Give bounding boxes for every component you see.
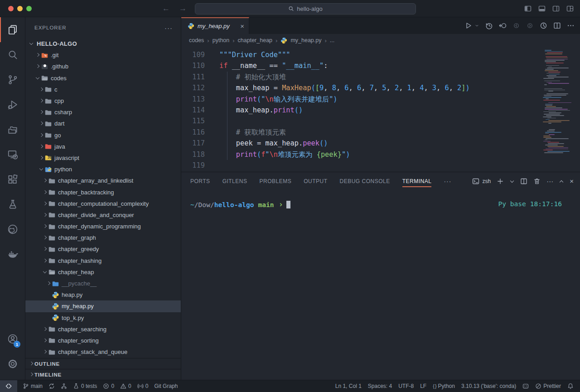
next-change-icon[interactable] <box>526 22 534 29</box>
open-changes-icon[interactable] <box>499 22 507 29</box>
explorer-icon[interactable] <box>0 17 25 42</box>
tree-item-go[interactable]: go <box>25 130 181 141</box>
tree-item-chapter-searching[interactable]: chapter_searching <box>25 324 181 335</box>
tab-close-icon[interactable]: × <box>240 22 244 30</box>
run-file-icon[interactable] <box>464 22 472 29</box>
panel-tab-output[interactable]: OUTPUT <box>304 172 327 190</box>
tree-item-dart[interactable]: dart <box>25 118 181 129</box>
remote-indicator[interactable] <box>0 380 17 392</box>
more-actions-icon[interactable] <box>567 22 575 29</box>
remote-explorer-icon[interactable] <box>0 142 25 167</box>
tree-item-chapter-computational-complexity[interactable]: chapter_computational_complexity <box>25 198 181 209</box>
language-mode[interactable]: { }Python <box>433 383 455 389</box>
project-manager-icon[interactable] <box>0 117 25 142</box>
explorer-more-actions-icon[interactable]: ··· <box>164 24 173 32</box>
tree-item-codes[interactable]: codes <box>25 73 181 84</box>
search-icon[interactable] <box>0 42 25 67</box>
breadcrumb-item[interactable]: chapter_heap <box>238 37 272 44</box>
tree-item-top-k-py[interactable]: top_k.py <box>25 312 181 324</box>
tree-root[interactable]: HELLO-ALGO <box>25 38 181 49</box>
tree-item-chapter-array-and-linkedlist[interactable]: chapter_array_and_linkedlist <box>25 175 181 186</box>
panel-tab-ports[interactable]: PORTS <box>190 172 210 190</box>
layout-panel-icon[interactable] <box>538 5 546 12</box>
tree-item-java[interactable]: java <box>25 141 181 152</box>
tree-item-python[interactable]: python <box>25 164 181 175</box>
terminal-icon[interactable] <box>472 178 479 185</box>
problems-errors[interactable]: 0 <box>103 383 114 389</box>
minimap[interactable] <box>542 48 572 167</box>
docker-icon[interactable] <box>0 242 25 266</box>
breadcrumb-item[interactable]: python <box>213 37 230 44</box>
panel-tab-debug-console[interactable]: DEBUG CONSOLE <box>340 172 390 190</box>
command-center-search[interactable]: hello-algo <box>195 3 416 15</box>
kill-terminal-icon[interactable] <box>533 178 541 185</box>
tab-my-heap-py[interactable]: my_heap.py × <box>181 17 249 34</box>
close-panel-icon[interactable]: × <box>570 178 574 185</box>
extension-robot[interactable] <box>522 383 529 389</box>
split-terminal-icon[interactable] <box>520 178 527 185</box>
tree-item-heap-py[interactable]: heap.py <box>25 289 181 300</box>
timeline-section[interactable]: TIMELINE <box>25 369 181 380</box>
git-graph[interactable]: Git Graph <box>154 383 178 389</box>
indentation[interactable]: Spaces: 4 <box>368 383 392 389</box>
close-window-button[interactable] <box>8 6 14 11</box>
problems-warnings[interactable]: 0 <box>120 383 131 389</box>
tree-item-chapter-greedy[interactable]: chapter_greedy <box>25 243 181 255</box>
maximize-panel-icon[interactable] <box>559 179 564 184</box>
ports-forwarded[interactable]: 0 <box>137 383 149 389</box>
panel-tabs-more-icon[interactable]: ··· <box>444 178 451 185</box>
eol-sequence[interactable]: LF <box>420 383 426 389</box>
nav-back-icon[interactable]: ← <box>162 4 170 13</box>
encoding[interactable]: UTF-8 <box>398 383 414 389</box>
tree-item--git[interactable]: ↳.git <box>25 49 181 61</box>
source-control-icon[interactable] <box>0 67 25 92</box>
terminal-dropdown-icon[interactable] <box>510 179 514 184</box>
more-icon[interactable]: ··· <box>546 178 553 185</box>
testing-icon[interactable] <box>0 192 25 217</box>
notifications[interactable] <box>567 383 574 389</box>
run-debug-icon[interactable] <box>0 92 25 117</box>
panel-tab-problems[interactable]: PROBLEMS <box>259 172 291 190</box>
prev-change-icon[interactable] <box>512 22 520 29</box>
breadcrumb-item[interactable]: codes <box>189 37 204 44</box>
prettier-status[interactable]: Prettier <box>535 383 561 389</box>
file-history-icon[interactable] <box>485 22 493 29</box>
tree-item-chapter-dynamic-programming[interactable]: chapter_dynamic_programming <box>25 221 181 232</box>
tree-item-chapter-graph[interactable]: chapter_graph <box>25 232 181 243</box>
git-branch[interactable]: main <box>23 383 43 389</box>
breadcrumb-item[interactable]: ... <box>330 37 334 44</box>
python-interpreter[interactable]: 3.10.13 ('base': conda) <box>461 383 516 389</box>
layout-sidebar-left-icon[interactable] <box>524 5 532 12</box>
panel-tab-gitlens[interactable]: GITLENS <box>222 172 247 190</box>
outline-section[interactable]: OUTLINE <box>25 358 181 369</box>
zoom-window-button[interactable] <box>26 6 32 11</box>
code-editor[interactable]: 109"""Driver Code"""110if __name__ == "_… <box>181 47 580 172</box>
tree-item--github[interactable]: .github <box>25 61 181 72</box>
cursor-position[interactable]: Ln 1, Col 1 <box>335 383 362 389</box>
gitlens-icon-item[interactable] <box>61 383 67 389</box>
panel-tab-terminal[interactable]: TERMINAL <box>402 172 432 190</box>
extensions-icon[interactable] <box>0 167 25 192</box>
tree-item-csharp[interactable]: csharp <box>25 106 181 118</box>
tree-item-chapter-backtracking[interactable]: chapter_backtracking <box>25 186 181 198</box>
tree-item-cpp[interactable]: cpp <box>25 95 181 106</box>
tests-status[interactable]: 0 tests <box>73 383 97 389</box>
tree-item-chapter-sorting[interactable]: chapter_sorting <box>25 335 181 346</box>
terminal[interactable]: ~/Dow/hello-algo main › Py base 18:17:16 <box>181 190 580 209</box>
tree-item-javascript[interactable]: JSjavascript <box>25 152 181 164</box>
minimize-window-button[interactable] <box>17 6 23 11</box>
github-icon[interactable] <box>0 217 25 242</box>
settings-icon[interactable] <box>0 351 25 376</box>
tree-item-my-heap-py[interactable]: my_heap.py <box>25 300 181 312</box>
tree-item-chapter-heap[interactable]: chapter_heap <box>25 266 181 278</box>
accounts-icon[interactable]: 1 <box>0 326 25 351</box>
customize-layout-icon[interactable] <box>566 5 574 12</box>
commit-graph-icon[interactable] <box>540 22 547 29</box>
tree-item-chapter-hashing[interactable]: chapter_hashing <box>25 255 181 266</box>
tree-item--pycache-[interactable]: __pycache__ <box>25 278 181 289</box>
tree-item-c[interactable]: c <box>25 84 181 95</box>
tree-item-chapter-stack-and-queue[interactable]: chapter_stack_and_queue <box>25 346 181 358</box>
new-terminal-icon[interactable] <box>497 178 504 185</box>
run-dropdown-icon[interactable] <box>474 23 479 28</box>
layout-sidebar-right-icon[interactable] <box>552 5 560 12</box>
